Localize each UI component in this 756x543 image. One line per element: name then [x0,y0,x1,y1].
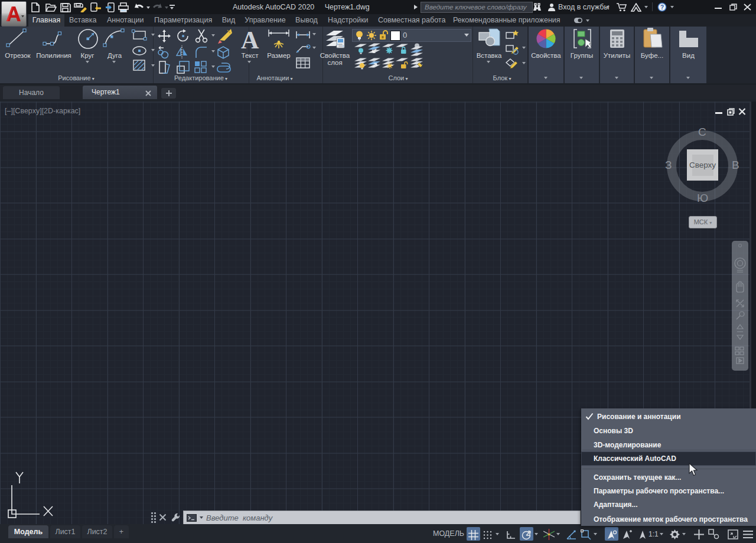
svg-text:?: ? [660,4,664,11]
